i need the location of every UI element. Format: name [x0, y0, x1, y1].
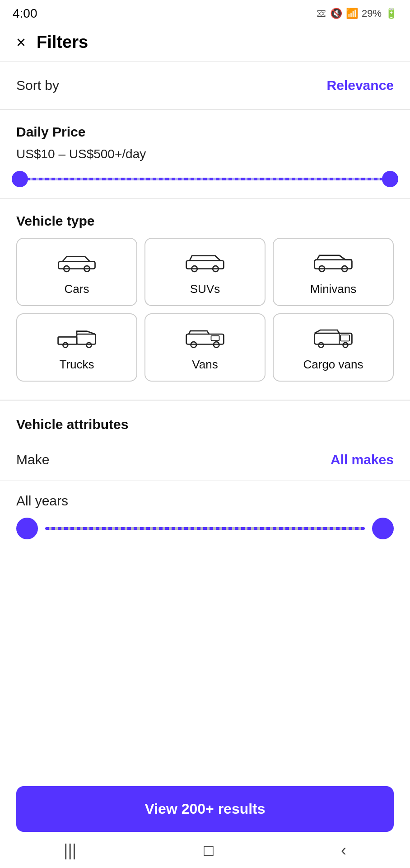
minivan-icon: [313, 251, 354, 276]
battery-text: 29%: [362, 8, 382, 19]
view-results-button[interactable]: View 200+ results: [16, 786, 394, 832]
slider-track-fill: [20, 178, 390, 180]
vehicle-card-suvs[interactable]: SUVs: [144, 238, 266, 306]
slider-thumb-left[interactable]: [12, 171, 28, 187]
all-years-row: All years: [0, 481, 410, 509]
vehicle-card-vans[interactable]: Vans: [144, 313, 266, 382]
page-title: Filters: [37, 33, 88, 52]
nav-home-icon[interactable]: □: [204, 841, 214, 860]
all-years-label: All years: [16, 493, 68, 508]
slider-track: [20, 178, 390, 180]
vehicle-type-section: Vehicle type Cars: [0, 199, 410, 382]
make-row[interactable]: Make All makes: [0, 439, 410, 481]
year-slider[interactable]: [0, 509, 410, 548]
vehicle-card-cars[interactable]: Cars: [16, 238, 137, 306]
filters-header: × Filters: [0, 25, 410, 61]
cargo-vans-label: Cargo vans: [303, 358, 363, 372]
year-thumb-left[interactable]: [16, 518, 38, 539]
van-icon: [185, 327, 225, 351]
vehicle-attributes-title: Vehicle attributes: [16, 417, 394, 432]
svg-rect-24: [340, 335, 349, 341]
daily-price-title: Daily Price: [16, 124, 394, 140]
vehicle-type-grid: Cars SUVs: [16, 238, 394, 382]
truck-icon: [56, 327, 97, 351]
sort-by-label: Sort by: [16, 78, 59, 93]
nav-back-icon[interactable]: ‹: [341, 841, 346, 860]
cars-label: Cars: [65, 282, 89, 296]
svg-rect-8: [315, 260, 352, 269]
svg-rect-13: [77, 334, 95, 344]
price-range-text: US$10 – US$500+/day: [16, 147, 394, 161]
nav-menu-icon[interactable]: |||: [64, 841, 76, 860]
svg-point-22: [319, 343, 324, 348]
status-bar: 4:00 ⯴ 🔇 📶 29% 🔋: [0, 0, 410, 25]
vehicle-attributes-section: Vehicle attributes: [0, 400, 410, 432]
vehicle-card-minivans[interactable]: Minivans: [273, 238, 394, 306]
car-icon: [56, 251, 97, 276]
svg-point-23: [343, 343, 348, 348]
vans-label: Vans: [192, 358, 218, 372]
trucks-label: Trucks: [59, 358, 94, 372]
sort-by-value[interactable]: Relevance: [327, 78, 394, 93]
slider-thumb-right[interactable]: [382, 171, 398, 187]
suv-icon: [185, 251, 225, 276]
minivans-label: Minivans: [310, 282, 357, 296]
mute-icon: 🔇: [330, 8, 342, 19]
bluetooth-icon: ⯴: [317, 8, 326, 19]
year-thumb-right[interactable]: [372, 518, 394, 539]
status-icons: ⯴ 🔇 📶 29% 🔋: [317, 8, 397, 19]
close-button[interactable]: ×: [16, 34, 26, 51]
suvs-label: SUVs: [190, 282, 220, 296]
battery-icon: 🔋: [385, 8, 397, 19]
vehicle-card-cargo-vans[interactable]: Cargo vans: [273, 313, 394, 382]
daily-price-section: Daily Price US$10 – US$500+/day: [0, 110, 410, 180]
vehicle-card-trucks[interactable]: Trucks: [16, 313, 137, 382]
wifi-icon: 📶: [346, 8, 358, 19]
price-slider[interactable]: [16, 178, 394, 180]
year-track: [45, 527, 365, 530]
sort-by-row[interactable]: Sort by Relevance: [0, 61, 410, 109]
svg-line-11: [340, 255, 346, 260]
make-value[interactable]: All makes: [331, 452, 394, 467]
vehicle-type-title: Vehicle type: [16, 213, 394, 229]
nav-bar: ||| □ ‹: [0, 832, 410, 868]
make-label: Make: [16, 452, 49, 467]
svg-rect-20: [211, 336, 219, 341]
cargo-van-icon: [313, 327, 354, 351]
svg-point-16: [87, 343, 92, 348]
bottom-spacer: [0, 548, 410, 621]
svg-point-15: [63, 343, 68, 348]
status-time: 4:00: [13, 6, 37, 21]
